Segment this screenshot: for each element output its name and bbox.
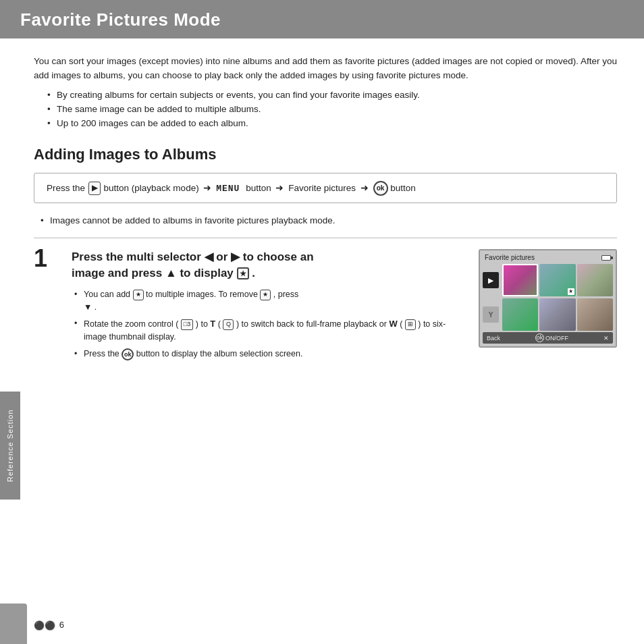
camera-extra-icon: ✕ xyxy=(603,335,609,342)
instruction-arrow2: ➜ xyxy=(275,182,284,193)
intro-bullet-3: Up to 200 images can be added to each al… xyxy=(47,117,617,131)
intro-paragraph: You can sort your images (except movies)… xyxy=(34,55,617,83)
step-1-number: 1 xyxy=(34,246,58,271)
step-1-bullets: You can add ★ to multiple images. To rem… xyxy=(74,288,465,360)
step-title-period: . xyxy=(252,267,255,279)
up-arrow-icon: ▲ xyxy=(165,267,177,279)
thumb-6 xyxy=(577,298,613,331)
left-arrow-icon: ◀ xyxy=(205,250,213,263)
intro-bullet-2: The same image can be added to multiple … xyxy=(47,103,617,117)
page-title: Favorite Pictures Mode xyxy=(20,9,624,30)
zoom-t-icon: Q xyxy=(223,319,234,330)
camera-layout: ▶ Y ★ xyxy=(483,264,613,331)
section-adding-heading: Adding Images to Albums xyxy=(34,146,617,163)
instruction-prefix: Press the xyxy=(47,183,85,193)
side-tab: Reference Section xyxy=(0,392,20,500)
right-arrow-icon: ▶ xyxy=(231,250,240,263)
step-1-section: 1 Press the multi selector ◀ or ▶ to cho… xyxy=(34,249,617,364)
camera-screen: Favorite pictures ▶ Y xyxy=(479,249,617,348)
intro-bullet-list: By creating albums for certain subjects … xyxy=(47,88,617,131)
camera-play-icon: ▶ xyxy=(483,272,499,288)
step-title-after: to display xyxy=(180,267,236,279)
section-divider xyxy=(34,238,617,238)
camera-onoff-label: ON/OFF xyxy=(545,335,568,342)
camera-thumbs-top: ★ xyxy=(502,264,613,296)
playback-button-icon: ▶ xyxy=(88,182,101,195)
section-note: Images cannot be added to albums in favo… xyxy=(34,214,617,228)
ok-press-icon: ok xyxy=(122,348,134,360)
step-1-content: Press the multi selector ◀ or ▶ to choos… xyxy=(72,249,465,364)
footer: ⚫⚫ 6 xyxy=(34,620,64,630)
ok-status-icon: ok xyxy=(535,333,544,342)
camera-status-bar: Back ok ON/OFF ✕ xyxy=(483,332,613,344)
footer-number: 6 xyxy=(59,620,64,630)
star-add-icon: ★ xyxy=(133,290,144,300)
instruction-arrow1: ➜ xyxy=(203,182,211,193)
thumb-5 xyxy=(539,298,575,331)
instruction-suffix: button xyxy=(390,183,416,193)
zoom-ref-icon: □3 xyxy=(181,319,193,330)
main-content: You can sort your images (except movies)… xyxy=(0,38,644,381)
camera-screen-title: Favorite pictures xyxy=(483,253,613,262)
battery-icon xyxy=(601,255,611,261)
bottom-tab xyxy=(0,603,27,644)
step-title-before: Press the multi selector xyxy=(72,250,205,263)
instruction-box: Press the ▶ button (playback mode) ➜ MEN… xyxy=(34,173,617,204)
step-1-title: Press the multi selector ◀ or ▶ to choos… xyxy=(72,249,465,281)
camera-back-label: Back xyxy=(487,335,500,342)
step-title-or: or xyxy=(216,250,231,263)
thumb-3 xyxy=(577,264,613,296)
menu-button-label: MENU xyxy=(216,184,246,194)
thumb-1 xyxy=(502,264,538,296)
step-bullet-2: Rotate the zoom control ( □3 ) to T ( Q … xyxy=(74,317,465,344)
instruction-text1: button (playback mode) xyxy=(104,183,202,193)
side-tab-label: Reference Section xyxy=(6,409,14,482)
star-display-icon: ★ xyxy=(237,267,249,279)
camera-thumbnails: ★ xyxy=(502,264,613,331)
footer-icon: ⚫⚫ xyxy=(34,620,55,630)
instruction-arrow3: ➜ xyxy=(360,182,369,193)
thumb-4 xyxy=(502,298,538,331)
ok-button-icon: ok xyxy=(373,181,388,196)
camera-ok-status: ok ON/OFF xyxy=(535,333,568,342)
star-remove-icon: ★ xyxy=(260,290,271,300)
instruction-fav-text: Favorite pictures xyxy=(288,183,358,193)
thumb-2-star: ★ xyxy=(568,288,574,295)
step-bullet-1: You can add ★ to multiple images. To rem… xyxy=(74,288,465,314)
camera-thumbs-bottom xyxy=(502,298,613,331)
camera-y-icon: Y xyxy=(483,306,499,323)
zoom-w-icon: ⊞ xyxy=(405,319,416,330)
step-bullet-3: Press the ok button to display the album… xyxy=(74,348,465,360)
thumb-2: ★ xyxy=(539,264,575,296)
down-arrow-icon: ▼ xyxy=(84,302,92,312)
intro-bullet-1: By creating albums for certain subjects … xyxy=(47,88,617,103)
camera-title-text: Favorite pictures xyxy=(485,254,535,261)
instruction-text2: button xyxy=(246,183,273,193)
header-bar: Favorite Pictures Mode xyxy=(0,0,644,38)
camera-side-icons: ▶ Y xyxy=(483,264,500,331)
